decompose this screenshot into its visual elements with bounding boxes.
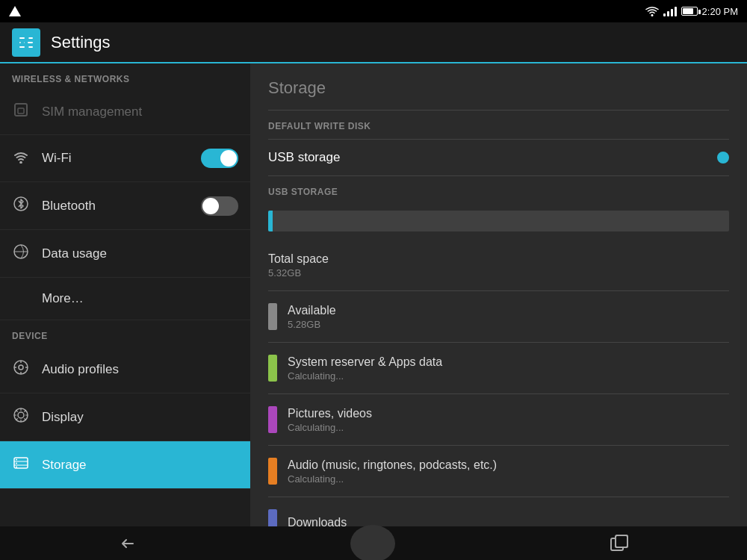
status-time: 2:20 PM [702, 6, 738, 17]
bluetooth-icon [12, 196, 30, 216]
section-header-device: DEVICE [0, 320, 250, 346]
back-button[interactable] [96, 529, 158, 559]
storage-pictures-value: Calculating... [288, 422, 372, 433]
downloads-color-swatch [268, 509, 277, 526]
status-bar-left [9, 6, 21, 16]
storage-item-system: System reserver & Apps data Calculating.… [250, 346, 747, 391]
storage-downloads-text: Downloads [288, 516, 347, 526]
sidebar: WIRELESS & NETWORKS SIM management [0, 63, 250, 526]
svg-rect-11 [18, 108, 24, 113]
storage-pictures-title: Pictures, videos [288, 407, 372, 420]
storage-item-available: Available 5.28GB [250, 294, 747, 339]
bluetooth-toggle[interactable] [201, 196, 238, 216]
recent-icon [610, 534, 629, 553]
usb-storage-radio[interactable] [717, 152, 729, 164]
home-button[interactable] [350, 525, 395, 561]
storage-audio-text: Audio (music, ringtones, podcasts, etc.)… [288, 458, 497, 485]
storage-item-pictures: Pictures, videos Calculating... [250, 397, 747, 442]
svg-point-7 [25, 36, 29, 40]
status-bar: 2:20 PM [0, 0, 747, 22]
storage-total-value: 5.32GB [268, 267, 329, 279]
storage-system-text: System reserver & Apps data Calculating.… [288, 355, 442, 382]
storage-system-value: Calculating... [288, 370, 442, 382]
svg-point-28 [16, 467, 17, 468]
available-color-swatch [268, 303, 277, 330]
settings-icon [12, 28, 40, 57]
recent-button[interactable] [587, 528, 651, 559]
title-bar: Settings [0, 22, 747, 63]
sidebar-item-storage-label: Storage [42, 458, 87, 473]
sidebar-item-storage[interactable]: Storage [0, 441, 250, 489]
storage-available-title: Available [288, 304, 336, 317]
wifi-status-icon [645, 6, 659, 16]
wifi-icon [12, 150, 30, 167]
svg-rect-5 [28, 42, 33, 43]
sidebar-item-wifi[interactable]: Wi-Fi [0, 135, 250, 182]
storage-available-text: Available 5.28GB [288, 304, 336, 330]
signal-bar-2 [667, 11, 669, 16]
svg-rect-1 [19, 37, 25, 39]
divider-total [268, 290, 729, 291]
storage-bar-fill [268, 211, 273, 231]
signal-bars [663, 6, 677, 16]
storage-item-downloads: Downloads [250, 500, 747, 526]
storage-audio-title: Audio (music, ringtones, podcasts, etc.) [288, 458, 497, 472]
signal-bar-1 [663, 13, 666, 16]
signal-bar-4 [675, 7, 677, 16]
svg-point-12 [19, 161, 22, 163]
sidebar-item-audio-label: Audio profiles [42, 362, 119, 377]
bluetooth-toggle-track [201, 196, 238, 216]
storage-total-text: Total space 5.32GB [268, 252, 329, 279]
svg-point-27 [16, 463, 17, 464]
sidebar-item-more-label: More… [42, 291, 84, 306]
default-write-disk-label: DEFAULT WRITE DISK [250, 111, 747, 139]
content-title: Storage [250, 63, 747, 110]
storage-icon [12, 455, 30, 475]
bluetooth-toggle-thumb [202, 198, 219, 214]
sidebar-item-sim[interactable]: SIM management [0, 89, 250, 135]
page-title: Settings [51, 33, 111, 52]
status-bar-right: 2:20 PM [645, 6, 738, 17]
usb-storage-section-label: USB STORAGE [250, 176, 747, 205]
svg-rect-3 [19, 46, 25, 48]
sidebar-item-more[interactable]: More… [0, 278, 250, 320]
svg-point-8 [21, 40, 25, 44]
signal-bar-3 [671, 9, 673, 16]
svg-point-26 [16, 459, 17, 461]
sidebar-item-data-usage[interactable]: Data usage [0, 230, 250, 278]
storage-bar [268, 211, 729, 231]
display-icon [12, 407, 30, 427]
sidebar-item-sim-label: SIM management [42, 105, 142, 119]
wifi-toggle-thumb [220, 150, 237, 167]
sidebar-item-bluetooth[interactable]: Bluetooth [0, 182, 250, 230]
divider-available [268, 342, 729, 343]
storage-pictures-text: Pictures, videos Calculating... [288, 407, 372, 433]
usb-storage-option[interactable]: USB storage [250, 140, 747, 175]
svg-point-9 [25, 45, 29, 49]
sidebar-item-display-label: Display [42, 410, 84, 425]
data-usage-icon [12, 243, 30, 264]
divider-system [268, 393, 729, 394]
divider-audio [268, 497, 729, 497]
sidebar-item-data-label: Data usage [42, 246, 107, 261]
nav-bar [0, 526, 747, 560]
svg-point-16 [19, 365, 23, 370]
audio-icon [12, 359, 30, 379]
storage-system-title: System reserver & Apps data [288, 355, 442, 369]
section-header-wireless: WIRELESS & NETWORKS [0, 63, 250, 89]
storage-available-value: 5.28GB [288, 319, 336, 330]
divider-pictures [268, 445, 729, 446]
back-icon [118, 535, 136, 553]
audio-color-swatch [268, 458, 277, 485]
sidebar-item-audio[interactable]: Audio profiles [0, 346, 250, 393]
storage-item-audio: Audio (music, ringtones, podcasts, etc.)… [250, 449, 747, 494]
storage-item-total: Total space 5.32GB [250, 243, 747, 287]
sidebar-item-bluetooth-label: Bluetooth [42, 199, 96, 214]
battery-fill [683, 8, 693, 14]
usb-storage-text: USB storage [268, 150, 717, 165]
wifi-toggle-track [201, 149, 238, 168]
sidebar-item-display[interactable]: Display [0, 393, 250, 441]
wifi-toggle[interactable] [201, 149, 238, 168]
content-area: Storage DEFAULT WRITE DISK USB storage U… [250, 63, 747, 526]
usb-storage-title: USB storage [268, 150, 717, 165]
